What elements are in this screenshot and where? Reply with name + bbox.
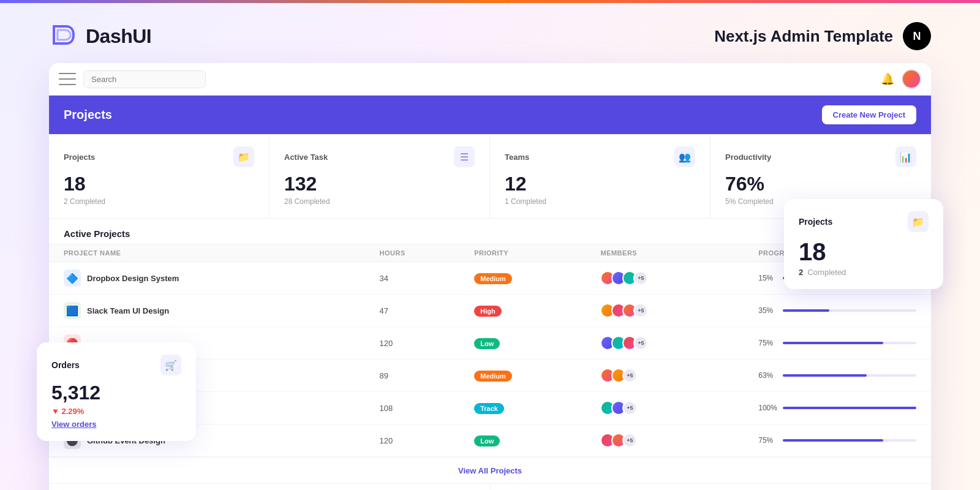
member-count: +5 [622, 368, 637, 383]
progress-bar-fill [783, 309, 829, 312]
progress-bar-bg [783, 342, 916, 344]
progress-bar-bg [783, 439, 916, 442]
progress-github: 75% [758, 436, 916, 445]
float-orders-label: Orders [51, 360, 80, 370]
members-ystem: +5 [600, 401, 758, 415]
priority-badge: High [474, 306, 501, 317]
section-title: Active Projects [64, 228, 130, 239]
progress-bar-fill [783, 439, 883, 442]
float-projects-value: 18 [799, 238, 929, 265]
dash-header-title: Projects [64, 108, 112, 122]
floating-projects-card: Projects 📁 18 2 Completed [784, 199, 943, 289]
priority-elling: Medium [474, 370, 600, 382]
logo-area: DashUI [49, 21, 151, 51]
float-projects-sub: 2 Completed [799, 268, 929, 277]
floating-orders-card: Orders 🛒 5,312 ▼ 2.29% View orders [37, 342, 196, 441]
progress-pct: 35% [758, 306, 778, 315]
stat-icon-activetask: ☰ [454, 146, 475, 167]
members-github: +5 [600, 433, 758, 448]
float-projects-label: Projects [799, 217, 832, 227]
float-orders-change: ▼ 2.29% [51, 407, 181, 416]
priority-badge: Track [474, 403, 504, 414]
stat-card-teams: Teams 👥 12 1 Completed [490, 134, 710, 219]
priority-badge: Medium [474, 273, 512, 284]
page-header: DashUI Next.js Admin Template N [0, 3, 980, 63]
project-logo-dropbox: 🔷 [64, 270, 81, 287]
hours-elling: 89 [380, 371, 475, 380]
float-orders-header: Orders 🛒 [51, 355, 181, 375]
progress-pct: 75% [758, 339, 778, 347]
stat-sub-projects: 2 Completed [64, 197, 254, 206]
view-all-projects-link[interactable]: View All Projects [458, 466, 522, 475]
dashui-logo-icon [49, 21, 78, 51]
search-input[interactable] [83, 70, 206, 88]
priority-badge: Low [474, 338, 500, 349]
stat-value-teams: 12 [505, 173, 695, 195]
priority-row3: Low [474, 337, 600, 349]
header-title: Next.js Admin Template [714, 27, 893, 46]
menu-icon[interactable] [59, 73, 76, 85]
float-orders-icon: 🛒 [160, 355, 181, 375]
th-priority: Priority [474, 249, 600, 257]
float-projects-sublabel: Completed [807, 268, 846, 277]
stat-label-productivity: Productivity [725, 153, 771, 162]
hours-ystem: 108 [380, 404, 475, 413]
bell-icon[interactable]: 🔔 [881, 72, 894, 86]
members-dropbox: +5 [600, 271, 758, 285]
hours-slack: 47 [380, 306, 475, 315]
project-name-text: Dropbox Design System [87, 274, 179, 283]
stat-value-productivity: 76% [725, 173, 916, 195]
project-name-text: Slack Team UI Design [87, 306, 169, 315]
next-badge: N [903, 22, 931, 50]
float-projects-icon: 📁 [908, 211, 929, 232]
progress-pct: 75% [758, 436, 778, 445]
th-hours: Hours [380, 249, 475, 257]
priority-ystem: Track [474, 402, 600, 414]
priority-badge: Medium [474, 371, 512, 382]
project-name-dropbox: 🔷 Dropbox Design System [64, 270, 380, 287]
th-project-name: Project Name [64, 249, 380, 257]
progress-elling: 63% [758, 371, 916, 380]
stat-label-activetask: Active Task [284, 153, 328, 162]
progress-bar-fill [783, 342, 883, 344]
dash-header: Projects Create New Project [49, 96, 931, 134]
members-elling: +5 [600, 368, 758, 383]
tasks-performance-card: Tasks Performance [49, 484, 490, 490]
progress-pct: 15% [758, 274, 778, 282]
members-slack: +5 [600, 303, 758, 318]
priority-dropbox: Medium [474, 273, 600, 284]
stat-card-activetask: Active Task ☰ 132 28 Completed [270, 134, 490, 219]
teams-card: Teams [490, 484, 931, 490]
priority-slack: High [474, 305, 600, 317]
members-row3: +5 [600, 336, 758, 350]
view-orders-link[interactable]: View orders [51, 420, 181, 429]
progress-slack: 35% [758, 306, 916, 315]
progress-bar-bg [783, 374, 916, 377]
dash-nav: 🔔 [49, 63, 931, 96]
float-projects-count: 2 [799, 268, 803, 277]
project-logo-slack: 🟦 [64, 302, 81, 319]
table-row: 🟦 Slack Team UI Design 47 High +5 35% [49, 295, 931, 327]
hours-dropbox: 34 [380, 274, 475, 283]
stat-label-projects: Projects [64, 153, 95, 162]
stat-value-projects: 18 [64, 173, 254, 195]
project-name-slack: 🟦 Slack Team UI Design [64, 302, 380, 319]
stat-icon-productivity: 📊 [895, 146, 916, 167]
progress-row3: 75% [758, 339, 916, 347]
hours-row3: 120 [380, 339, 475, 348]
stat-label-teams: Teams [505, 153, 529, 162]
th-members: Members [600, 249, 758, 257]
bottom-row: Tasks Performance Teams [49, 483, 931, 490]
header-right: Next.js Admin Template N [714, 22, 931, 50]
progress-pct: 63% [758, 371, 778, 380]
float-orders-value: 5,312 [51, 382, 181, 404]
progress-ystem: 100% [758, 404, 916, 412]
float-card-header: Projects 📁 [799, 211, 929, 232]
progress-bar-fill [783, 374, 867, 377]
progress-bar-bg [783, 309, 916, 312]
member-count: +5 [622, 433, 637, 448]
create-new-project-button[interactable]: Create New Project [822, 105, 917, 124]
stat-sub-activetask: 28 Completed [284, 197, 475, 206]
avatar[interactable] [902, 69, 921, 89]
member-count: +5 [633, 336, 648, 350]
